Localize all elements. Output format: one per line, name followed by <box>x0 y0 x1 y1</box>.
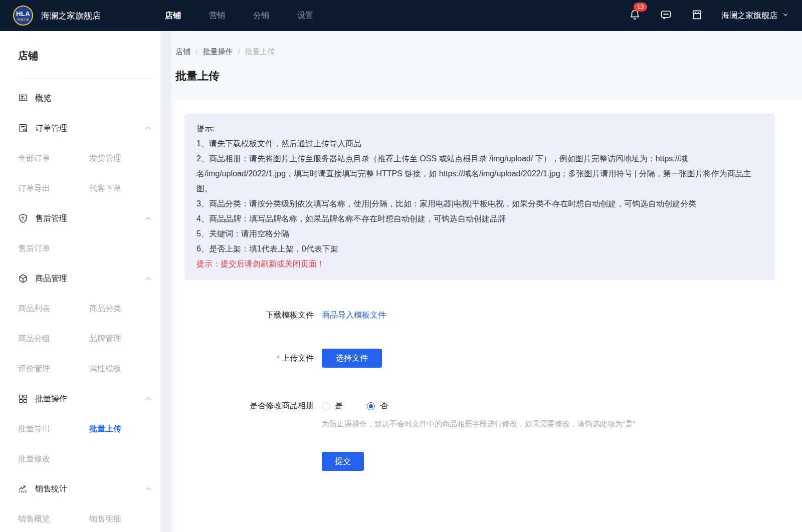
required-asterisk: * <box>277 354 280 362</box>
upload-file-label: *上传文件 <box>184 353 314 364</box>
aftersale-icon: 售 <box>18 213 28 223</box>
nav-item-设置[interactable]: 设置 <box>297 11 313 21</box>
sidebar-section-items: 销售概览销售明细 <box>18 504 153 532</box>
breadcrumb-separator: / <box>238 48 240 56</box>
navbar-right: 13 海澜之家旗舰店 <box>628 9 789 22</box>
sidebar-divider <box>18 78 153 79</box>
shop-icon <box>691 9 703 23</box>
tips-line: 2、商品相册：请先将图片上传至服务器站点目录（推荐上传至 OSS 或站点根目录 … <box>196 151 763 196</box>
radio-no[interactable]: 否 <box>367 401 388 411</box>
sidebar-section-title: 商品管理 <box>35 274 67 284</box>
sidebar-item-label: 概览 <box>35 93 51 104</box>
sidebar-item-属性模板[interactable]: 属性模板 <box>89 354 160 384</box>
notification-badge: 13 <box>634 3 647 12</box>
sidebar-item-代客下单[interactable]: 代客下单 <box>89 173 160 203</box>
main-content: 店铺/批量操作/批量上传 批量上传 提示:1、请先下载模板文件，然后通过上传导入… <box>171 31 802 532</box>
radio-no-circle[interactable] <box>367 402 375 410</box>
sidebar-item-overview[interactable]: 概览 <box>18 83 153 113</box>
chevron-down-icon <box>782 11 789 20</box>
tips-line: 提示: <box>196 121 763 136</box>
radio-no-label: 否 <box>380 401 388 411</box>
chevron-up-icon <box>144 214 152 222</box>
tips-lines: 提示:1、请先下载模板文件，然后通过上传导入商品2、商品相册：请先将图片上传至服… <box>196 121 763 256</box>
sidebar-section-items: 商品列表商品分类商品分组品牌管理评价管理属性模板 <box>18 294 153 384</box>
sidebar-section-1[interactable]: 售售后管理 <box>18 203 153 233</box>
page-title: 批量上传 <box>175 69 802 84</box>
radio-yes[interactable]: 是 <box>322 401 343 411</box>
sidebar-section-items: 售后订单 <box>18 233 153 263</box>
sidebar-section-title: 售后管理 <box>35 213 67 224</box>
sidebar-item-批量上传[interactable]: 批量上传 <box>89 414 160 444</box>
order-icon <box>18 123 28 133</box>
download-template-row: 下载模板文件 商品导入模板文件 <box>184 310 775 321</box>
sidebar-item-批量修改[interactable]: 批量修改 <box>18 444 89 474</box>
sidebar-section-4[interactable]: 销售统计 <box>18 474 153 504</box>
sidebar-sections: 订单管理全部订单发货管理订单导出代客下单售售后管理售后订单商品管理商品列表商品分… <box>18 113 153 532</box>
overview-icon <box>18 93 28 103</box>
logo-text: HLA <box>16 11 30 17</box>
tips-line: 6、是否上架：填1代表上架，0代表下架 <box>196 241 763 256</box>
modify-album-radio-group: 是 否 <box>322 401 388 411</box>
sidebar-item-售后订单[interactable]: 售后订单 <box>18 233 89 263</box>
product-icon <box>18 274 28 284</box>
tips-warning: 提示：提交后请勿刷新或关闭页面！ <box>196 256 763 272</box>
sidebar-item-订单导出[interactable]: 订单导出 <box>18 173 89 203</box>
breadcrumb-item-批量操作[interactable]: 批量操作 <box>203 47 233 57</box>
sidebar-section-title: 订单管理 <box>35 123 67 134</box>
sidebar-item-商品分类[interactable]: 商品分类 <box>89 294 160 324</box>
radio-yes-circle[interactable] <box>322 402 330 410</box>
tips-box: 提示:1、请先下载模板文件，然后通过上传导入商品2、商品相册：请先将图片上传至服… <box>184 114 775 280</box>
sidebar-main-gap <box>160 31 171 532</box>
store-title: 海澜之家旗舰店 <box>41 10 101 22</box>
modify-album-label: 是否修改商品相册 <box>184 401 314 411</box>
download-template-label: 下载模板文件 <box>184 310 314 321</box>
tips-line: 1、请先下载模板文件，然后通过上传导入商品 <box>196 136 763 151</box>
radio-yes-label: 是 <box>335 401 343 411</box>
chevron-up-icon <box>144 395 152 403</box>
breadcrumb-item-批量上传: 批量上传 <box>245 47 275 57</box>
breadcrumb-item-店铺[interactable]: 店铺 <box>175 47 190 57</box>
sidebar-section-title: 批量操作 <box>35 394 67 404</box>
sidebar-item-商品列表[interactable]: 商品列表 <box>18 294 89 324</box>
account-name: 海澜之家旗舰店 <box>721 11 777 21</box>
messages-button[interactable] <box>659 9 672 22</box>
upload-file-row: *上传文件 选择文件 <box>184 349 775 368</box>
top-navbar: HLA 海澜之家 海澜之家旗舰店 店铺营销分销设置 13 海澜之家旗舰店 <box>0 0 802 31</box>
nav-item-分销[interactable]: 分销 <box>253 11 269 21</box>
template-download-link[interactable]: 商品导入模板文件 <box>322 310 386 321</box>
tips-line: 5、关键词：请用空格分隔 <box>196 226 763 241</box>
choose-file-button[interactable]: 选择文件 <box>322 349 382 368</box>
modify-album-hint: 为防止误操作，默认不会对文件中的商品相册字段进行修改，如果需要修改，请钩选此项为… <box>322 419 775 429</box>
account-menu[interactable]: 海澜之家旗舰店 <box>721 11 789 21</box>
message-icon <box>660 9 672 23</box>
sidebar-item-评价管理[interactable]: 评价管理 <box>18 354 89 384</box>
sidebar-item-销售明细[interactable]: 销售明细 <box>89 504 160 532</box>
stats-icon <box>18 484 28 494</box>
storefront-button[interactable] <box>690 9 703 22</box>
chevron-up-icon <box>144 485 152 493</box>
svg-text:售: 售 <box>21 216 25 220</box>
hla-logo: HLA 海澜之家 <box>13 6 33 26</box>
nav-item-店铺[interactable]: 店铺 <box>165 11 181 21</box>
nav-item-营销[interactable]: 营销 <box>209 11 225 21</box>
sidebar-item-商品分组[interactable]: 商品分组 <box>18 324 89 354</box>
batch-icon <box>18 394 28 404</box>
notifications-button[interactable]: 13 <box>628 9 641 22</box>
breadcrumb: 店铺/批量操作/批量上传 <box>171 31 802 57</box>
sidebar: 店铺 概览 订单管理全部订单发货管理订单导出代客下单售售后管理售后订单商品管理商… <box>0 31 160 532</box>
sidebar-item-发货管理[interactable]: 发货管理 <box>89 143 160 173</box>
sidebar-section-3[interactable]: 批量操作 <box>18 384 153 414</box>
sidebar-heading: 店铺 <box>18 49 153 63</box>
sidebar-section-2[interactable]: 商品管理 <box>18 263 153 294</box>
sidebar-item-批量导出[interactable]: 批量导出 <box>18 414 89 444</box>
sidebar-section-0[interactable]: 订单管理 <box>18 113 153 143</box>
main-nav: 店铺营销分销设置 <box>165 11 313 21</box>
chevron-up-icon <box>144 124 152 132</box>
sidebar-item-全部订单[interactable]: 全部订单 <box>18 143 89 173</box>
breadcrumb-separator: / <box>195 48 197 56</box>
submit-button[interactable]: 提交 <box>322 452 364 471</box>
tips-line: 4、商品品牌：填写品牌名称，如果品牌名称不存在时想自动创建，可钩选自动创建品牌 <box>196 211 763 226</box>
sidebar-section-items: 全部订单发货管理订单导出代客下单 <box>18 143 153 203</box>
sidebar-item-品牌管理[interactable]: 品牌管理 <box>89 324 160 354</box>
sidebar-item-销售概览[interactable]: 销售概览 <box>18 504 89 532</box>
